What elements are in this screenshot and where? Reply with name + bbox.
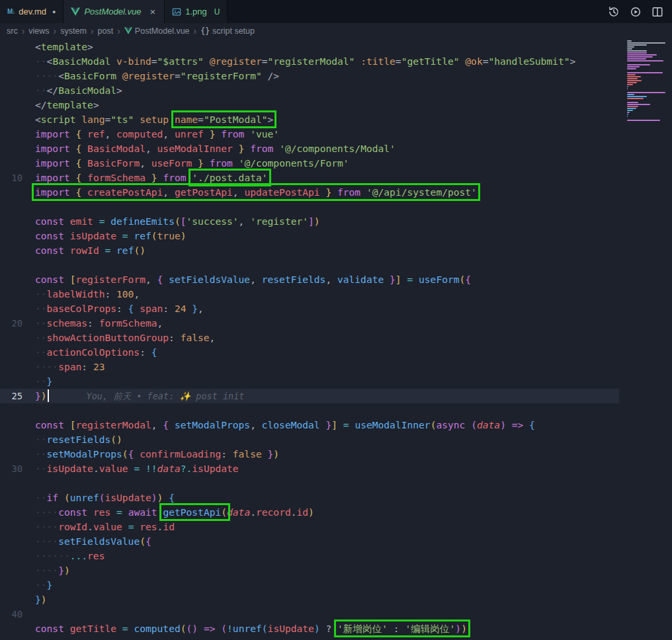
code-token: ) bbox=[314, 623, 320, 634]
breadcrumb-file-label: PostModel.vue bbox=[135, 26, 190, 36]
minimap-line bbox=[627, 102, 638, 103]
code-token bbox=[81, 157, 87, 169]
code-token: isUpdate bbox=[47, 463, 93, 474]
code-token: "PostModal" bbox=[204, 114, 268, 125]
breadcrumb-item-src[interactable]: src bbox=[7, 26, 18, 36]
code-token: ( bbox=[262, 623, 268, 634]
code-token: ( bbox=[122, 448, 128, 460]
chevron-right-icon: › bbox=[54, 26, 57, 36]
code-token: confirmLoading bbox=[140, 448, 221, 460]
breadcrumb-item-file[interactable]: PostModel.vue bbox=[124, 26, 190, 36]
history-icon[interactable] bbox=[608, 6, 620, 18]
tab-1-png[interactable]: 1.png U bbox=[165, 0, 228, 23]
breadcrumb-item-post[interactable]: post bbox=[98, 26, 114, 36]
code-token: from bbox=[210, 157, 233, 169]
code-token: BasicForm bbox=[87, 157, 140, 169]
minimap[interactable] bbox=[623, 40, 672, 122]
annotation-box: name="PostModal"> bbox=[175, 114, 273, 125]
code-token: '@/components/Modal' bbox=[279, 143, 396, 154]
code-token: formSchema bbox=[87, 172, 146, 183]
code-token: = bbox=[198, 114, 204, 125]
code-token bbox=[140, 463, 146, 474]
tab-dev-md[interactable]: M↓ dev.md ● bbox=[0, 0, 63, 23]
tab-postmodel-vue[interactable]: PostModel.vue × bbox=[63, 0, 165, 23]
chevron-right-icon: › bbox=[22, 26, 25, 36]
code-token: ·· bbox=[35, 288, 47, 300]
code-token: </ bbox=[47, 85, 59, 96]
minimap-line bbox=[627, 98, 644, 99]
code-token: ) bbox=[308, 506, 314, 518]
breadcrumb-item-system[interactable]: system bbox=[60, 26, 87, 36]
code-token: } bbox=[35, 594, 41, 605]
code-token bbox=[93, 216, 99, 227]
split-editor-icon[interactable] bbox=[651, 6, 663, 18]
code-token bbox=[262, 448, 268, 460]
editor-pane[interactable]: <template>··<BasicModal v-bind="$attrs" … bbox=[0, 38, 672, 640]
breadcrumb-item-symbol[interactable]: {} script setup bbox=[200, 26, 255, 36]
code-token: = bbox=[122, 230, 128, 241]
code-token: setFieldsValue bbox=[58, 536, 140, 547]
code-token bbox=[163, 492, 169, 503]
line-number bbox=[0, 83, 22, 98]
code-token: ref bbox=[116, 245, 134, 256]
code-token: ···· bbox=[35, 521, 58, 532]
code-token: ref bbox=[134, 230, 151, 241]
code-token: res bbox=[93, 506, 110, 518]
code-token: getPostApi bbox=[163, 506, 221, 518]
code-line: 40 bbox=[0, 607, 619, 621]
code-token bbox=[187, 303, 192, 314]
code-token bbox=[81, 186, 87, 198]
code-token bbox=[192, 157, 198, 169]
code-token: import bbox=[35, 143, 70, 154]
code-token bbox=[244, 128, 250, 140]
code-token: : bbox=[105, 288, 116, 300]
code-token bbox=[110, 245, 116, 256]
code-line: ··showActionButtonGroup: false, bbox=[0, 331, 619, 345]
code-token: isUpdate bbox=[192, 463, 238, 474]
code-token: ref bbox=[87, 128, 105, 140]
code-line: const [registerModal, { setModalProps, c… bbox=[0, 418, 619, 432]
code-token: v-bind bbox=[116, 56, 151, 67]
run-icon[interactable] bbox=[630, 6, 642, 18]
code-area[interactable]: <template>··<BasicModal v-bind="$attrs" … bbox=[0, 40, 619, 640]
code-token: ( bbox=[221, 623, 227, 634]
code-token: registerForm bbox=[76, 274, 146, 285]
line-number bbox=[0, 621, 22, 636]
minimap-line bbox=[627, 42, 665, 44]
code-token: , bbox=[198, 303, 204, 314]
tab-label: PostModel.vue bbox=[84, 7, 141, 17]
code-token: = bbox=[343, 419, 349, 430]
code-token: useForm bbox=[419, 274, 460, 285]
line-number bbox=[0, 520, 22, 534]
code-token: ) bbox=[140, 245, 146, 256]
code-token: = bbox=[134, 463, 140, 474]
code-token: ) bbox=[41, 390, 47, 401]
code-line: import { BasicModal, useModalInner } fro… bbox=[0, 141, 619, 156]
code-token bbox=[506, 419, 512, 430]
code-token bbox=[70, 172, 76, 183]
minimap-line bbox=[627, 46, 634, 48]
close-icon[interactable]: × bbox=[148, 6, 157, 17]
code-token: const bbox=[58, 506, 87, 518]
code-token: { bbox=[465, 274, 471, 285]
code-token: < bbox=[35, 41, 41, 52]
line-number bbox=[0, 156, 22, 171]
code-token: false bbox=[233, 448, 262, 460]
code-token: resetFields bbox=[262, 274, 326, 285]
code-token: "registerModal" bbox=[268, 56, 355, 67]
code-token bbox=[244, 143, 250, 154]
code-token bbox=[215, 623, 221, 634]
code-token: ) bbox=[273, 448, 279, 460]
code-token: : bbox=[116, 303, 128, 314]
code-token bbox=[122, 506, 128, 518]
breadcrumb-item-views[interactable]: views bbox=[28, 26, 49, 36]
code-line: ··} bbox=[0, 374, 619, 389]
code-token: } bbox=[325, 186, 331, 198]
minimap-line bbox=[627, 76, 641, 77]
code-token: rowId bbox=[70, 245, 99, 256]
code-token: ·· bbox=[35, 463, 47, 474]
minimap-line bbox=[627, 84, 633, 85]
code-token: const bbox=[35, 245, 64, 256]
line-number bbox=[0, 403, 22, 418]
code-line: const [registerForm, { setFieldsValue, r… bbox=[0, 272, 619, 287]
